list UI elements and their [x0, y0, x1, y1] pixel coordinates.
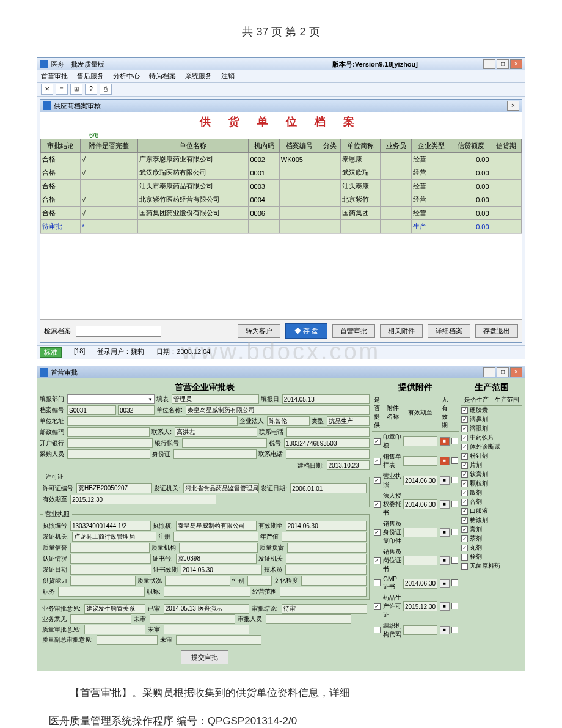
- biz-issuer-field[interactable]: 秦皇岛星威制药有限公司: [176, 521, 257, 531]
- position-field[interactable]: [58, 587, 145, 597]
- table-cell[interactable]: [279, 220, 319, 233]
- valid-till-field[interactable]: 2015.12.30: [70, 495, 216, 504]
- attach-date-field[interactable]: 2014.06.30: [403, 499, 437, 509]
- table-cell[interactable]: 北京紫竹: [341, 193, 381, 207]
- no-expiry-checkbox[interactable]: [451, 438, 458, 444]
- table-cell[interactable]: 0.00: [451, 193, 491, 207]
- menu-item[interactable]: 分析中心: [113, 72, 140, 79]
- scope-checkbox[interactable]: [461, 517, 468, 524]
- attach-action-button[interactable]: ■: [440, 602, 450, 611]
- table-cell[interactable]: [491, 193, 521, 207]
- attach-date-field[interactable]: 2014.06.30: [403, 579, 437, 589]
- quality-org-field[interactable]: [179, 543, 258, 553]
- scope-field[interactable]: [280, 587, 367, 597]
- table-cell[interactable]: 合格: [41, 166, 81, 180]
- table-cell[interactable]: 经营: [411, 166, 451, 180]
- table-cell[interactable]: [80, 180, 137, 193]
- table-cell[interactable]: [279, 207, 319, 220]
- scope-checkbox[interactable]: [461, 471, 468, 478]
- table-cell[interactable]: 0.00: [451, 220, 491, 233]
- table-cell[interactable]: 0002: [249, 153, 279, 166]
- table-cell[interactable]: [319, 180, 341, 193]
- attach-action-button[interactable]: ■: [440, 457, 450, 465]
- table-cell[interactable]: 经营: [411, 207, 451, 220]
- table-cell[interactable]: 经营: [411, 153, 451, 166]
- table-cell[interactable]: [137, 220, 249, 233]
- search-input[interactable]: [76, 326, 161, 337]
- attach-checkbox[interactable]: [374, 458, 381, 465]
- table-cell[interactable]: 汕头泰康: [341, 180, 381, 193]
- cert-date-field[interactable]: [70, 565, 151, 575]
- table-cell[interactable]: 合格: [41, 180, 81, 193]
- table-cell[interactable]: 国药集团药业股份有限公司: [137, 207, 249, 220]
- quality-head-field[interactable]: [287, 543, 367, 553]
- fz-field[interactable]: 卢龙县工商行政管理局: [72, 532, 157, 542]
- edu-field[interactable]: [301, 576, 367, 586]
- scope-checkbox[interactable]: [461, 435, 468, 441]
- tool-icon[interactable]: ≡: [56, 84, 68, 95]
- table-cell[interactable]: [279, 166, 319, 180]
- menu-item[interactable]: 特为档案: [149, 72, 176, 79]
- table-cell[interactable]: [491, 180, 521, 193]
- attach-checkbox[interactable]: [374, 438, 381, 445]
- address-field[interactable]: [67, 416, 238, 426]
- fill-date-field[interactable]: 2014.05.13: [282, 394, 370, 404]
- table-cell[interactable]: 0003: [249, 180, 279, 193]
- table-cell[interactable]: 泰恩康: [341, 153, 381, 166]
- attach-checkbox[interactable]: [374, 579, 381, 586]
- convert-customer-button[interactable]: 转为客户: [238, 324, 280, 338]
- no-expiry-checkbox[interactable]: [451, 529, 458, 535]
- no-expiry-checkbox[interactable]: [451, 477, 458, 483]
- quality-field[interactable]: [70, 543, 150, 553]
- tool-icon[interactable]: ✕: [41, 84, 53, 95]
- no-expiry-checkbox[interactable]: [451, 579, 458, 586]
- table-cell[interactable]: [491, 153, 521, 166]
- table-cell[interactable]: [381, 220, 411, 233]
- table-cell[interactable]: 广东泰恩康药业有限公司: [137, 153, 249, 166]
- reg-field[interactable]: [173, 532, 258, 542]
- attach-action-button[interactable]: ■: [440, 579, 450, 588]
- table-cell[interactable]: 0004: [249, 193, 279, 207]
- table-cell[interactable]: [249, 220, 279, 233]
- company-name-field[interactable]: 秦皇岛星威制药有限公司: [186, 405, 370, 415]
- table-cell[interactable]: 0.00: [451, 180, 491, 193]
- table-cell[interactable]: 0.00: [451, 207, 491, 220]
- dept-select[interactable]: [67, 394, 155, 404]
- table-cell[interactable]: √: [80, 193, 137, 207]
- menu-item[interactable]: 售后服务: [77, 72, 104, 79]
- no-expiry-checkbox[interactable]: [451, 557, 458, 564]
- cert-no-field[interactable]: 冀J0398: [176, 554, 257, 564]
- table-cell[interactable]: 0.00: [451, 166, 491, 180]
- tool-icon[interactable]: ⊞: [70, 84, 82, 95]
- table-cell[interactable]: [279, 193, 319, 207]
- table-cell[interactable]: [341, 220, 381, 233]
- attach-action-button[interactable]: ■: [440, 476, 450, 485]
- save-button[interactable]: ◆ 存 盘: [285, 323, 327, 339]
- phone-field[interactable]: [286, 427, 369, 437]
- scope-checkbox[interactable]: [461, 453, 468, 460]
- table-cell[interactable]: [319, 166, 341, 180]
- scope-checkbox[interactable]: [461, 462, 468, 469]
- no-expiry-checkbox[interactable]: [451, 603, 458, 609]
- tool-icon[interactable]: ?: [85, 84, 97, 95]
- table-cell[interactable]: [319, 193, 341, 207]
- acct-field[interactable]: [182, 438, 268, 448]
- scope-checkbox[interactable]: [461, 490, 468, 496]
- attach-action-button[interactable]: ■: [440, 437, 450, 446]
- attach-checkbox[interactable]: [374, 603, 381, 610]
- table-cell[interactable]: 合格: [41, 153, 81, 166]
- bank-field[interactable]: [67, 438, 153, 448]
- table-cell[interactable]: 待审批: [41, 220, 81, 233]
- table-cell[interactable]: 合格: [41, 207, 81, 220]
- buyer-field[interactable]: [67, 449, 150, 459]
- issue-date-field[interactable]: 2006.01.01: [290, 483, 366, 493]
- table-cell[interactable]: [491, 220, 521, 233]
- table-cell[interactable]: [381, 166, 411, 180]
- table-cell[interactable]: 0.00: [451, 153, 491, 166]
- id-field[interactable]: [173, 449, 257, 459]
- minimize-button[interactable]: _: [483, 59, 495, 69]
- scope-checkbox[interactable]: [461, 526, 468, 533]
- save-exit-button[interactable]: 存盘退出: [475, 324, 518, 338]
- cert-issuer-field[interactable]: [286, 554, 367, 564]
- attach-checkbox[interactable]: [374, 627, 381, 633]
